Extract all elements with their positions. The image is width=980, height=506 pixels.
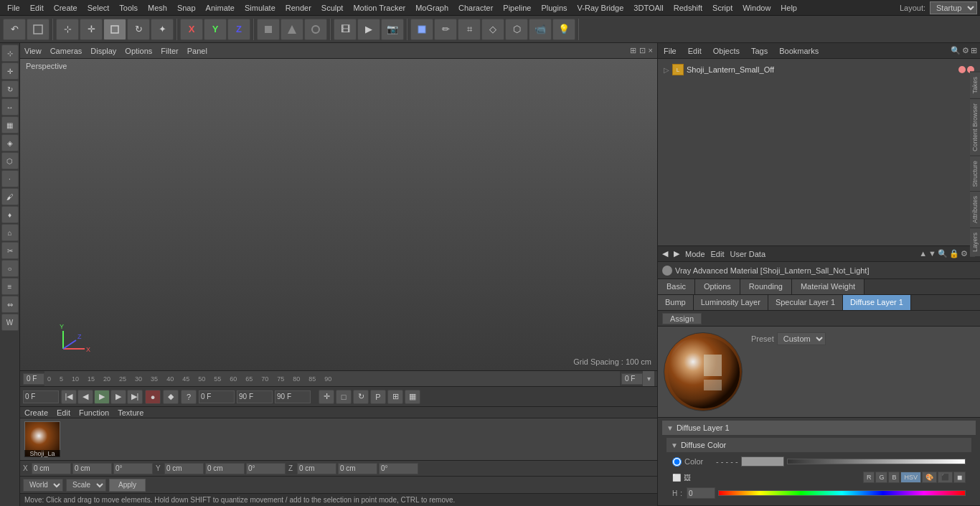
obj-tab-objects[interactable]: Objects xyxy=(707,45,745,57)
color-mode-b[interactable]: B xyxy=(888,472,900,483)
y-axis-btn[interactable]: Y xyxy=(204,19,227,40)
mat-editor-search-icon[interactable]: 🔍 xyxy=(938,249,948,258)
mat-userdata-btn[interactable]: User Data xyxy=(730,250,766,258)
apply-button[interactable]: Apply xyxy=(109,479,146,492)
obj-item-lantern[interactable]: ▷ L Shoji_Lantern_Small_Off xyxy=(661,62,977,78)
cube-btn[interactable] xyxy=(410,19,433,40)
obj-tab-tags[interactable]: Tags xyxy=(745,45,773,57)
menu-sculpt[interactable]: Sculpt xyxy=(317,2,348,14)
lt-edge[interactable]: ⬡ xyxy=(1,152,19,169)
pos-y-input[interactable] xyxy=(164,463,204,474)
menu-character[interactable]: Character xyxy=(454,2,497,14)
menu-window[interactable]: Window xyxy=(738,2,775,14)
field-btn[interactable]: ⬡ xyxy=(505,19,528,40)
mat-editor-lock-icon[interactable]: 🔒 xyxy=(949,249,959,258)
color-mode-hsv[interactable]: HSV xyxy=(900,472,921,483)
mat-thumbnail-wrapper[interactable]: Shoji_La xyxy=(24,421,60,457)
obj-tab-bookmarks[interactable]: Bookmarks xyxy=(773,45,824,57)
rot-z-input[interactable] xyxy=(379,463,418,474)
vtab-takes[interactable]: Takes xyxy=(970,72,980,98)
film-btn[interactable]: 🎞 xyxy=(334,19,357,40)
menu-edit[interactable]: Edit xyxy=(26,2,48,14)
camera-btn[interactable]: 📹 xyxy=(529,19,552,40)
anim-extra4[interactable]: P xyxy=(370,390,386,404)
scale-tool[interactable] xyxy=(103,19,126,40)
lt-rotate[interactable]: ↻ xyxy=(1,80,19,98)
preset-dropdown[interactable]: Custom xyxy=(777,332,826,345)
vtab-attributes[interactable]: Attributes xyxy=(970,191,980,228)
pen-btn[interactable]: ✏ xyxy=(434,19,457,40)
vp-close-icon[interactable]: × xyxy=(649,46,653,55)
mat-tab-rounding[interactable]: Rounding xyxy=(740,279,792,294)
color-tool-icon-1[interactable]: ⬜ xyxy=(672,474,681,482)
redo-button[interactable] xyxy=(27,19,50,40)
mat-tab-material-weight[interactable]: Material Weight xyxy=(792,279,864,294)
pos-z-input[interactable] xyxy=(297,463,336,474)
anim-current-frame[interactable] xyxy=(199,390,235,403)
vp-menu-filter[interactable]: Filter xyxy=(161,47,178,55)
menu-mograph[interactable]: MoGraph xyxy=(411,2,453,14)
anim-start-frame[interactable] xyxy=(23,390,59,403)
anim-prev-frame[interactable]: ◀ xyxy=(77,390,93,404)
render-btn[interactable]: 📷 xyxy=(381,19,404,40)
lt-sculpt[interactable]: ♦ xyxy=(1,206,19,223)
undo-button[interactable]: ↶ xyxy=(3,19,26,40)
menu-help[interactable]: Help xyxy=(776,2,801,14)
color-tool-icon-2[interactable]: 🖼 xyxy=(684,474,691,482)
h-value-input[interactable] xyxy=(687,487,715,499)
lt-paint[interactable]: 🖌 xyxy=(1,188,19,205)
color-radio[interactable] xyxy=(672,457,682,467)
anim-extra1[interactable]: ✛ xyxy=(319,390,334,404)
lt-knife[interactable]: ✂ xyxy=(1,242,19,259)
vtab-layers[interactable]: Layers xyxy=(970,228,980,256)
vp-menu-display[interactable]: Display xyxy=(90,47,116,55)
menu-vray[interactable]: V-Ray Bridge xyxy=(573,2,628,14)
scale-dropdown[interactable]: Scale xyxy=(66,479,106,492)
lt-scale[interactable]: ↔ xyxy=(1,98,19,116)
color-mode-extra1[interactable]: 🎨 xyxy=(922,472,937,483)
mat-menu-texture[interactable]: Texture xyxy=(118,408,143,417)
color-mode-r[interactable]: R xyxy=(863,472,875,483)
obj-manager-expand-icon[interactable]: ⊞ xyxy=(971,46,977,55)
mat-editor-down-icon[interactable]: ▼ xyxy=(928,249,936,258)
lt-move[interactable]: ✛ xyxy=(1,62,19,80)
anim-extra6[interactable]: ▦ xyxy=(405,390,420,404)
deform-btn[interactable]: ◇ xyxy=(481,19,504,40)
mat-header-back-icon[interactable]: ◀ xyxy=(662,249,668,258)
anim-extra5[interactable]: ⊞ xyxy=(387,390,403,404)
lt-poly[interactable]: ◈ xyxy=(1,134,19,151)
color-mode-g[interactable]: G xyxy=(875,472,887,483)
timeline-ruler[interactable]: 0 5 10 15 20 25 30 35 40 45 50 55 60 65 … xyxy=(44,371,620,386)
frame-start-box[interactable]: 0 F xyxy=(23,373,44,385)
timeline-end-btn[interactable]: ▾ xyxy=(643,371,654,386)
mat-editor-up-icon[interactable]: ▲ xyxy=(919,249,927,258)
menu-plugins[interactable]: Plugins xyxy=(537,2,571,14)
menu-redshift[interactable]: Redshift xyxy=(669,2,707,14)
universal-tool[interactable]: ✦ xyxy=(151,19,174,40)
anim-next-frame[interactable]: ▶ xyxy=(110,390,126,404)
viewport-canvas[interactable]: Perspective X Y Z Grid Spacing : 100 cm xyxy=(20,59,657,370)
lt-point[interactable]: · xyxy=(1,170,19,187)
pos-x-input[interactable] xyxy=(32,463,71,474)
lt-weight[interactable]: W xyxy=(1,314,19,331)
mat-menu-create[interactable]: Create xyxy=(24,408,48,417)
obj-manager-search-icon[interactable]: 🔍 xyxy=(951,46,961,55)
move-tool[interactable]: ✛ xyxy=(80,19,103,40)
vp-config-icon[interactable]: ⊡ xyxy=(639,46,646,55)
obj-manager-gear-icon[interactable]: ⚙ xyxy=(962,46,969,55)
menu-3dtoall[interactable]: 3DTOAll xyxy=(629,2,667,14)
menu-render[interactable]: Render xyxy=(281,2,316,14)
anim-extra3[interactable]: ↻ xyxy=(353,390,369,404)
vp-menu-panel[interactable]: Panel xyxy=(187,47,207,55)
menu-select[interactable]: Select xyxy=(83,2,114,14)
color-swatch[interactable] xyxy=(741,456,784,467)
vp-expand-icon[interactable]: ⊞ xyxy=(630,46,636,55)
mat-tab-options[interactable]: Options xyxy=(695,279,740,294)
assign-button[interactable]: Assign xyxy=(662,313,702,324)
mat-tab-basic[interactable]: Basic xyxy=(658,279,695,294)
mat-editor-gear-icon[interactable]: ⚙ xyxy=(961,249,968,258)
obj-tab-edit[interactable]: Edit xyxy=(682,45,707,57)
color-slider[interactable] xyxy=(787,459,966,464)
light-btn[interactable]: 💡 xyxy=(552,19,575,40)
menu-create[interactable]: Create xyxy=(50,2,82,14)
